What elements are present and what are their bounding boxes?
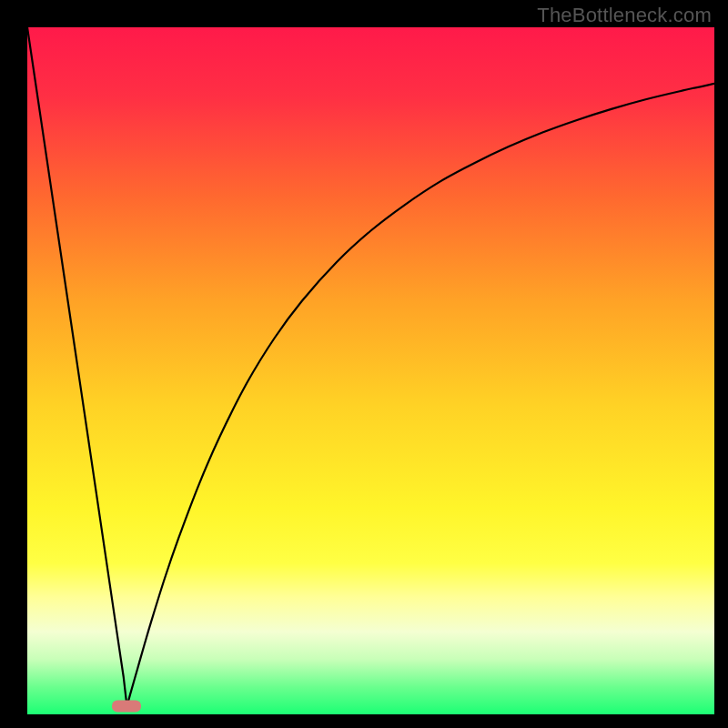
plot-area [27, 27, 714, 714]
bottleneck-curve [27, 27, 714, 714]
watermark-text: TheBottleneck.com [537, 4, 712, 27]
minimum-marker [112, 700, 141, 712]
chart-frame: TheBottleneck.com [0, 0, 728, 728]
